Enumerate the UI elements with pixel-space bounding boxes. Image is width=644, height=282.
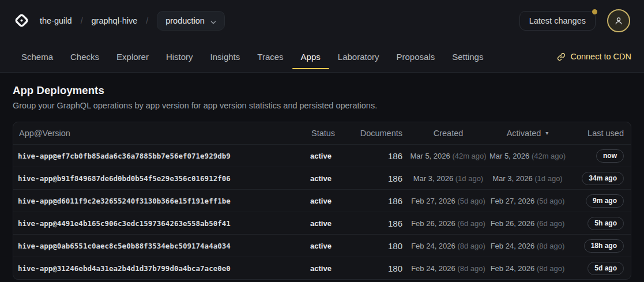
cell-activated-date: Feb 24, 2026 <box>491 264 537 273</box>
person-icon <box>613 16 624 26</box>
tab-schema[interactable]: Schema <box>13 41 62 72</box>
target-selector-dropdown[interactable]: production <box>157 11 225 31</box>
cell-created-date: Feb 26, 2026 <box>411 219 457 228</box>
table-row[interactable]: hive-app@31246ebd4a31ea2b4d1d37b799d0a4b… <box>13 257 631 279</box>
cell-activated-date: Mar 5, 2026 <box>489 152 532 160</box>
sort-descending-icon: ▾ <box>545 130 548 136</box>
cell-last-used: 9m ago <box>568 194 626 208</box>
user-avatar[interactable] <box>607 9 630 32</box>
table-row[interactable]: hive-app@d6011f9c2e32655240f3130b366e15f… <box>13 189 631 212</box>
connect-to-cdn-label: Connect to CDN <box>570 52 631 61</box>
main-content: App Deployments Group your GraphQL opera… <box>0 73 644 280</box>
cell-activated: Feb 26, 2026 (6d ago) <box>487 219 568 228</box>
cell-created: Feb 27, 2026 (5d ago) <box>409 197 487 205</box>
tab-proposals[interactable]: Proposals <box>388 41 444 72</box>
breadcrumb-separator: / <box>146 16 148 25</box>
latest-changes-button[interactable]: Latest changes <box>519 11 596 31</box>
cell-app-version: hive-app@31246ebd4a31ea2b4d1d37b799d0a4b… <box>18 264 310 273</box>
cell-activated-date: Feb 26, 2026 <box>491 219 537 228</box>
cell-created-date: Feb 24, 2026 <box>411 242 457 250</box>
hive-logo-icon[interactable] <box>14 13 29 28</box>
tab-insights[interactable]: Insights <box>202 41 249 72</box>
cell-created-relative: (8d ago) <box>457 264 485 273</box>
table-body: hive-app@ef7cb0fb85ada6c36a7885bb7e56ef0… <box>13 144 631 279</box>
cell-activated: Feb 24, 2026 (8d ago) <box>487 242 568 250</box>
column-header-activated-label: Activated <box>507 129 541 138</box>
breadcrumb-project-link[interactable]: graphql-hive <box>92 16 138 25</box>
cell-created-relative: (1d ago) <box>455 174 483 183</box>
column-header-documents: Documents <box>356 129 409 138</box>
cell-status: active <box>310 152 356 160</box>
cell-last-used: 18h ago <box>568 239 626 253</box>
page-title: App Deployments <box>13 84 631 97</box>
last-used-badge: 5h ago <box>587 217 624 230</box>
cell-activated: Mar 5, 2026 (42m ago) <box>487 152 568 160</box>
last-used-badge: 9m ago <box>586 194 624 208</box>
cell-app-version: hive-app@0ab6551c0aec8c5e0b88f3534ebc509… <box>18 242 310 250</box>
link-icon <box>557 52 566 61</box>
table-header-row: App@Version Status Documents Created Act… <box>13 122 631 144</box>
column-header-activated-sort[interactable]: Activated ▾ <box>487 129 568 138</box>
cell-documents: 180 <box>356 241 409 251</box>
app-deployments-table: App@Version Status Documents Created Act… <box>13 122 631 280</box>
tab-laboratory[interactable]: Laboratory <box>329 41 388 72</box>
tab-apps[interactable]: Apps <box>292 41 329 72</box>
cell-last-used: 34m ago <box>568 172 626 185</box>
cell-documents: 180 <box>356 264 409 273</box>
latest-changes-label: Latest changes <box>529 16 586 25</box>
table-row[interactable]: hive-app@b91f849687de6d0bd0b54f5e29e356c… <box>13 167 631 189</box>
nav-tabs: SchemaChecksExplorerHistoryInsightsTrace… <box>13 41 492 72</box>
tab-checks[interactable]: Checks <box>62 41 108 72</box>
column-header-app-version: App@Version <box>18 129 310 138</box>
cell-last-used: 5d ago <box>568 262 626 275</box>
cell-documents: 186 <box>356 174 409 183</box>
cell-created-relative: (8d ago) <box>457 242 485 250</box>
table-row[interactable]: hive-app@0ab6551c0aec8c5e0b88f3534ebc509… <box>13 234 631 257</box>
column-header-created: Created <box>409 129 487 138</box>
header-top-bar: the-guild / graphql-hive / production La… <box>0 0 644 41</box>
cell-activated: Feb 27, 2026 (5d ago) <box>487 197 568 205</box>
cell-documents: 186 <box>356 151 409 161</box>
cell-created-date: Feb 24, 2026 <box>411 264 457 273</box>
tab-history[interactable]: History <box>157 41 202 72</box>
cell-activated-relative: (42m ago) <box>532 152 566 160</box>
tab-traces[interactable]: Traces <box>248 41 292 72</box>
breadcrumb-org-link[interactable]: the-guild <box>40 16 72 25</box>
column-header-last-used: Last used <box>568 129 626 138</box>
cell-activated-relative: (5d ago) <box>537 197 564 205</box>
last-used-badge: now <box>596 149 624 163</box>
breadcrumb: the-guild / graphql-hive / production <box>40 11 225 31</box>
cell-activated-relative: (1d ago) <box>534 174 562 183</box>
breadcrumb-separator: / <box>81 16 83 25</box>
nav-row: SchemaChecksExplorerHistoryInsightsTrace… <box>0 41 644 72</box>
cell-activated-relative: (8d ago) <box>537 264 564 273</box>
cell-last-used: now <box>568 149 626 163</box>
cell-status: active <box>310 264 356 273</box>
cell-status: active <box>310 219 356 228</box>
tab-explorer[interactable]: Explorer <box>108 41 157 72</box>
cell-app-version: hive-app@d6011f9c2e32655240f3130b366e15f… <box>18 197 310 205</box>
table-row[interactable]: hive-app@4491e4b165c906c3edc1597364263e5… <box>13 212 631 234</box>
cell-last-used: 5h ago <box>568 217 626 230</box>
site-header: the-guild / graphql-hive / production La… <box>0 0 644 73</box>
cell-activated-date: Mar 3, 2026 <box>492 174 534 183</box>
cell-app-version: hive-app@ef7cb0fb85ada6c36a7885bb7e56ef0… <box>18 152 310 160</box>
header-actions: Latest changes <box>519 9 630 32</box>
cell-created-relative: (42m ago) <box>452 152 486 160</box>
table-row[interactable]: hive-app@ef7cb0fb85ada6c36a7885bb7e56ef0… <box>13 144 631 167</box>
cell-created-relative: (5d ago) <box>457 197 485 205</box>
page-subtitle: Group your GraphQL operations by app ver… <box>13 101 631 110</box>
cell-created-relative: (6d ago) <box>457 219 485 228</box>
cell-documents: 186 <box>356 219 409 228</box>
target-selector-value: production <box>165 16 205 25</box>
cell-created-date: Mar 3, 2026 <box>413 174 455 183</box>
last-used-badge: 5d ago <box>587 262 624 275</box>
tab-settings[interactable]: Settings <box>443 41 492 72</box>
cell-status: active <box>310 242 356 250</box>
connect-to-cdn-button[interactable]: Connect to CDN <box>557 41 631 72</box>
cell-documents: 186 <box>356 196 409 206</box>
cell-created-date: Mar 5, 2026 <box>410 152 452 160</box>
cell-activated-relative: (6d ago) <box>537 219 564 228</box>
cell-created: Feb 26, 2026 (6d ago) <box>409 219 487 228</box>
cell-created: Mar 5, 2026 (42m ago) <box>409 152 487 160</box>
